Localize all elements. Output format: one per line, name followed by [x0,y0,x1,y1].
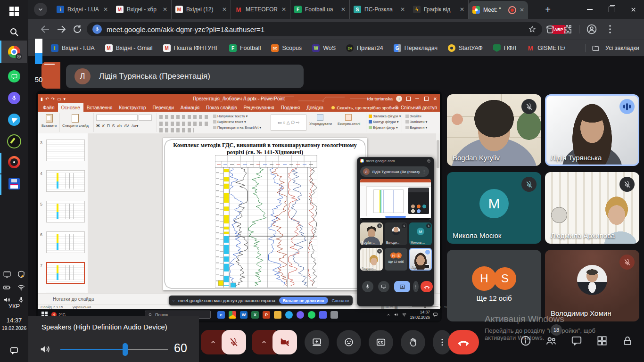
nested-participant[interactable]: Володи... [385,222,407,245]
taskbar-chrome-button[interactable] [0,41,28,62]
taskbar-app-icon[interactable] [229,311,236,319]
participant-tile[interactable]: Людмила Архипова [545,172,639,244]
arrange-button[interactable]: Упорядкувати [309,114,332,126]
browser-tab[interactable]: MВхідні (12)✕ [172,0,231,19]
shapes-gallery[interactable]: ▭ ○ △ ⬠ ⇨ [271,115,306,131]
tab-close-icon[interactable]: ✕ [341,7,346,12]
nested-participant[interactable]: Bogdan .. [360,222,383,245]
ppt-minimize-button[interactable] [414,99,420,99]
speaker-icon[interactable] [39,343,52,356]
stop-sharing-button[interactable]: Більше не ділитися [279,297,328,304]
bookmark-item[interactable]: 24Приват24 [346,44,383,52]
ribbon-tab-help[interactable]: Довідка [303,103,327,112]
browser-tab-active[interactable]: Meet: "✕ [469,1,528,19]
taskbar-whatsapp-button[interactable] [0,66,28,87]
profile-icon[interactable] [586,23,598,35]
taskbar-drawing-app-button[interactable] [0,131,28,152]
taskbar-app-icon[interactable] [297,311,304,319]
clock-date[interactable]: 19.02.2026 [0,325,28,331]
taskbar-app-icon[interactable]: e [217,311,225,319]
bucket-extension-icon[interactable] [545,24,556,35]
new-slide-button[interactable]: Створити слайд [62,114,89,128]
taskbar-app-icon[interactable] [308,311,315,319]
browser-tab[interactable]: MMETEOFOR✕ [231,0,290,19]
bookmark-star-icon[interactable] [528,25,537,33]
ribbon-tab-insert[interactable]: Вставлення [83,103,116,112]
editing-group[interactable]: Знайти Замінити ▾ Виділити ▾ [405,114,427,130]
nested-present-button[interactable] [394,281,410,292]
presenter-name-pill[interactable]: Л Лідія Турянська (Презентація) [66,65,304,88]
tab-close-icon[interactable]: ✕ [103,7,108,12]
browser-tab[interactable]: SПС-Розкла✕ [350,0,409,19]
ribbon-tab-home[interactable]: Основне [58,103,83,112]
tab-close-icon[interactable]: ✕ [520,7,524,13]
font-group[interactable]: ЖКП SabAVAа▾ [96,115,138,128]
volume-slider-thumb[interactable] [123,343,128,356]
url-text[interactable]: meet.google.com/akk-dgmr-yzc?pli=1&authu… [107,25,523,33]
tell-me-box[interactable]: Скажіть, що потрібно зробити [337,105,398,110]
bookmark-item[interactable]: FFootball [229,44,261,52]
participant-tile[interactable]: M Микола Мосюк [447,172,541,244]
meeting-info-button[interactable] [520,335,532,347]
people-button[interactable] [545,335,557,347]
shape-styles-group[interactable]: Заливка фігури ▾ Контур фігури ▾ Ефекти … [369,114,401,130]
tab-close-icon[interactable]: ✕ [222,7,227,12]
tab-close-icon[interactable]: ✕ [460,7,464,12]
more-options-icon[interactable] [422,170,426,174]
raise-hand-button[interactable] [401,330,425,354]
taskbar-telegram-button[interactable] [0,109,28,130]
paste-button[interactable]: Вставити [41,114,57,128]
camera-off-button[interactable] [272,330,297,354]
bookmark-item[interactable]: ПФЛ [493,44,516,52]
ribbon-tab-transitions[interactable]: Переходи [149,103,177,112]
language-indicator[interactable]: УКР [0,303,28,310]
nested-participant[interactable]: MМикола ... [409,222,432,245]
tray-speaker-icon[interactable] [394,312,399,317]
current-slide[interactable]: Комплекс методів ГДС, виконаний в тонкош… [163,138,367,290]
mic-permission-icon[interactable] [92,25,102,34]
ppt-close-button[interactable]: ✕ [432,96,438,101]
font-name-combo[interactable] [96,115,138,121]
end-call-button[interactable] [448,330,479,354]
share-button[interactable]: Спільний доступ [394,105,437,110]
tab-close-icon[interactable]: ✕ [400,7,405,12]
participant-overflow-tile[interactable]: HS Ще 12 осіб [447,250,541,321]
window-maximize-button[interactable] [601,0,622,19]
all-bookmarks-button[interactable]: Усі закладки [605,45,639,51]
nested-mic-button[interactable] [362,281,373,292]
taskbar-app-icon[interactable]: W [240,311,248,319]
activities-button[interactable] [596,335,608,347]
window-minimize-button[interactable] [579,0,601,19]
ppt-maximize-button[interactable] [423,97,429,101]
nested-end-call-button[interactable] [421,281,433,292]
ribbon-tab-file[interactable]: Файл [40,103,58,112]
tab-close-icon[interactable]: ✕ [163,7,167,12]
start-button[interactable] [0,1,28,22]
quick-styles-button[interactable]: Експрес-стилі [338,114,360,126]
bookmark-item[interactable]: StartУАФ [448,44,483,52]
tab-close-icon[interactable]: ✕ [281,7,286,12]
bookmark-item[interactable]: MGISMETEO [527,44,565,52]
clock-time[interactable]: 14:37 [0,317,28,324]
taskbar-app-icon[interactable]: X [251,311,259,319]
nested-more-button[interactable] [413,281,419,292]
captions-button[interactable] [369,330,393,354]
window-close-button[interactable] [622,0,644,19]
ribbon-tab-slideshow[interactable]: Показ слайдів [203,103,240,112]
ribbon-options-button[interactable] [405,97,411,101]
forward-button[interactable] [56,24,67,35]
taskbar-viber-button[interactable] [0,88,28,108]
host-controls-button[interactable] [621,335,634,347]
nested-participant-overflow[interactable]: HSЩе 12 осіб [385,248,407,271]
browser-tab[interactable]: FFootball.ua✕ [290,0,350,19]
taskbar-app-icon[interactable] [285,311,293,319]
taskbar-app-icon[interactable] [330,311,338,319]
taskbar-search-button[interactable] [0,22,28,42]
bookmark-item[interactable]: GПерекладач [394,44,438,52]
participant-tile[interactable]: Володимир Хомин [545,250,639,321]
address-bar[interactable]: meet.google.com/akk-dgmr-yzc?pli=1&authu… [87,22,542,36]
text-options-group[interactable]: Напрямок тексту ▾ Вирівняти текст ▾ Пере… [213,114,261,130]
taskbar-app-icon[interactable] [319,311,327,319]
tray-chevron-icon[interactable] [386,313,391,317]
chat-button[interactable] [570,335,583,347]
